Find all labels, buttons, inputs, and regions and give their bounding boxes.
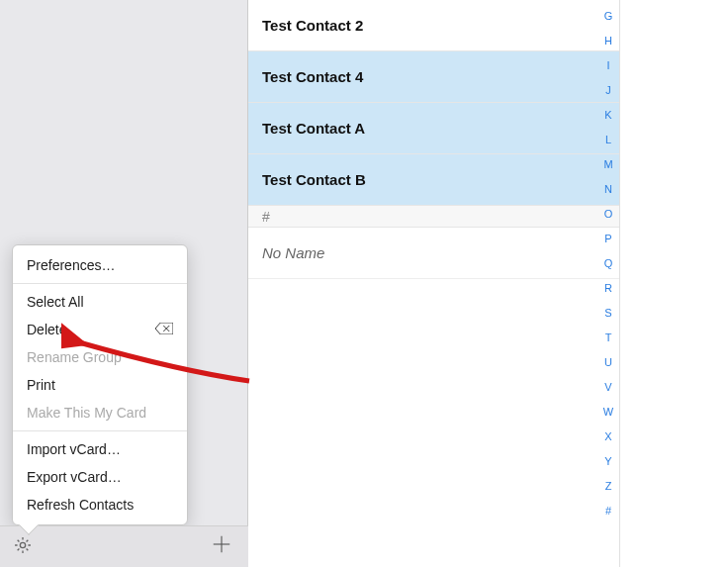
settings-context-menu: Preferences… Select All Delete Rename Gr…	[12, 244, 188, 525]
index-letter[interactable]: Y	[604, 449, 611, 474]
contact-row-noname[interactable]: No Name	[248, 228, 619, 279]
contact-name: Test Contact A	[262, 120, 365, 137]
menu-select-all[interactable]: Select All	[13, 288, 187, 316]
contact-name: Test Contact B	[262, 171, 366, 188]
menu-preferences[interactable]: Preferences…	[13, 251, 187, 279]
menu-separator	[13, 283, 187, 284]
menu-label: Rename Group	[27, 349, 122, 365]
menu-refresh-contacts[interactable]: Refresh Contacts	[13, 491, 187, 519]
menu-import-vcard[interactable]: Import vCard…	[13, 435, 187, 463]
menu-label: Import vCard…	[27, 441, 121, 457]
index-letter[interactable]: #	[605, 499, 611, 523]
index-letter[interactable]: K	[604, 103, 611, 128]
menu-print[interactable]: Print	[13, 371, 187, 399]
contact-name: No Name	[262, 244, 324, 261]
index-letter[interactable]: M	[603, 152, 612, 177]
index-letter[interactable]: X	[604, 425, 611, 449]
menu-label: Export vCard…	[27, 469, 122, 485]
contact-row[interactable]: Test Contact 2	[248, 0, 619, 51]
menu-label: Print	[27, 377, 55, 393]
contact-row[interactable]: Test Contact A	[248, 103, 619, 154]
section-header-label: #	[262, 209, 270, 225]
contacts-list: Test Contact 2 Test Contact 4 Test Conta…	[248, 0, 620, 567]
detail-panel	[620, 0, 728, 567]
index-letter[interactable]: N	[604, 177, 612, 202]
index-letter[interactable]: L	[605, 128, 611, 152]
menu-label: Make This My Card	[27, 405, 146, 421]
menu-delete[interactable]: Delete	[13, 316, 187, 343]
index-letter[interactable]: T	[605, 326, 612, 350]
index-strip: G H I J K L M N O P Q R S T U V W X Y Z …	[601, 4, 615, 523]
index-letter[interactable]: S	[604, 301, 611, 326]
gear-icon	[13, 535, 33, 559]
section-header: #	[248, 206, 619, 228]
add-button[interactable]	[207, 532, 236, 562]
menu-label: Preferences…	[27, 257, 115, 273]
menu-make-my-card: Make This My Card	[13, 399, 187, 426]
menu-separator	[13, 430, 187, 431]
index-letter[interactable]: V	[604, 375, 611, 400]
index-letter[interactable]: I	[606, 53, 609, 78]
index-letter[interactable]: W	[603, 400, 613, 425]
contact-name: Test Contact 2	[262, 17, 363, 34]
contact-row[interactable]: Test Contact 4	[248, 51, 619, 103]
backspace-icon	[155, 322, 173, 337]
settings-button[interactable]	[8, 532, 38, 562]
index-letter[interactable]: Z	[605, 474, 612, 499]
index-letter[interactable]: P	[604, 227, 611, 251]
menu-label: Delete	[27, 322, 66, 337]
menu-rename-group: Rename Group	[13, 343, 187, 371]
contact-name: Test Contact 4	[262, 68, 363, 85]
sidebar-toolbar	[0, 525, 248, 567]
plus-icon	[211, 531, 232, 562]
index-letter[interactable]: J	[605, 78, 611, 103]
index-letter[interactable]: G	[604, 4, 613, 29]
menu-export-vcard[interactable]: Export vCard…	[13, 463, 187, 491]
index-letter[interactable]: U	[604, 350, 612, 375]
contact-row[interactable]: Test Contact B	[248, 154, 619, 206]
menu-label: Select All	[27, 294, 84, 310]
index-letter[interactable]: R	[604, 276, 612, 301]
svg-point-2	[20, 542, 25, 547]
menu-label: Refresh Contacts	[27, 497, 134, 513]
index-letter[interactable]: O	[604, 202, 613, 227]
index-letter[interactable]: Q	[604, 251, 613, 276]
index-letter[interactable]: H	[604, 29, 612, 53]
